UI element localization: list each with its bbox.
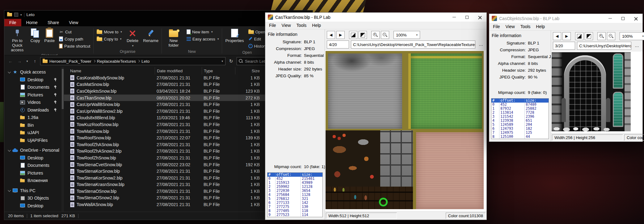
mipmap-row[interactable]: 9 277523 114	[267, 213, 322, 217]
menu-file[interactable]: File	[490, 23, 503, 30]
new-folder-button[interactable]: New folder	[163, 27, 184, 49]
column-header-date-modified[interactable]: Date modified	[155, 67, 202, 74]
menu-tools[interactable]: Tools	[294, 22, 309, 29]
menu-help[interactable]: Help	[533, 23, 548, 30]
texture-preview-canvas[interactable]	[325, 50, 486, 211]
mipmap-row[interactable]: 1 87932 25882	[491, 107, 549, 111]
mipmap-row[interactable]: 6 277133 142	[267, 201, 322, 205]
tab-home[interactable]: Home	[21, 19, 43, 26]
copy-path-button[interactable]: Copy path	[57, 36, 92, 42]
move-to-button[interactable]: → Move to ▾	[95, 28, 124, 35]
mipmap-page-field[interactable]: 4/20	[327, 40, 349, 49]
pin-to-quick-access-button[interactable]: Pin to Quick access	[6, 27, 28, 53]
menu-tools[interactable]: Tools	[518, 23, 533, 30]
menu-file[interactable]: File	[266, 22, 279, 29]
mipmap-row[interactable]: 4 275684 1128	[267, 193, 322, 197]
mipmap-row[interactable]: 2 113814 7728	[491, 111, 549, 115]
mipmap-page-field[interactable]: 3/20	[553, 42, 575, 50]
sidebar-item[interactable]: 1.26a	[4, 114, 61, 121]
file-path-field[interactable]: C:\Users\Unyz\Desktop\HeroesIII_P...	[577, 42, 631, 50]
sidebar-item[interactable]: 3D Objects	[4, 194, 61, 202]
column-header-type[interactable]: Type	[202, 67, 235, 74]
close-button[interactable]	[629, 14, 642, 23]
cut-button[interactable]: ✂ Cut	[57, 28, 92, 35]
paste-button[interactable]: Paste	[42, 27, 57, 53]
file-path-field[interactable]: C:\Users\Unyz\Desktop\HeroesIII_Pack_Tow…	[351, 40, 475, 49]
show-alpha-button[interactable]	[585, 32, 593, 40]
show-alpha-button[interactable]	[359, 31, 367, 39]
recent-locations-chevron-icon[interactable]: ▾	[25, 57, 30, 65]
sidebar-item[interactable]: Documents	[4, 162, 61, 169]
sidebar-item[interactable]: Bin	[4, 121, 61, 129]
tab-share[interactable]: Share	[43, 19, 64, 26]
menu-help[interactable]: Help	[309, 22, 324, 29]
address-bar[interactable]: HeroesIII_Pack_Tower ReplaceableTextures…	[40, 57, 225, 65]
sidebar-item[interactable]: Videos	[4, 99, 61, 106]
zoom-in-button[interactable]	[371, 31, 380, 39]
sidebar-item[interactable]: UjAPIFiles	[4, 137, 61, 144]
delete-button[interactable]: Delete ▾	[124, 27, 141, 49]
browse-button[interactable]: …	[477, 41, 485, 48]
rename-button[interactable]: Rename	[141, 27, 160, 49]
sidebar-item[interactable]: Pictures	[4, 91, 61, 99]
mipmap-row[interactable]: 4 123938 651	[491, 119, 549, 123]
mipmap-row[interactable]: 7 124975 125	[491, 131, 549, 135]
address-dropdown-chevron-icon[interactable]: ▾	[221, 60, 223, 63]
prev-mipmap-button[interactable]: ◀	[553, 32, 561, 40]
zoom-in-button[interactable]	[597, 32, 606, 40]
show-image-button[interactable]	[575, 32, 583, 40]
sidebar-item[interactable]: uJAPI	[4, 129, 61, 137]
up-icon[interactable]: ↑	[31, 57, 39, 65]
sidebar-item-onedrive[interactable]: OneDrive - Personal	[4, 146, 61, 154]
easy-access-button[interactable]: Easy access ▾	[185, 36, 221, 42]
mipmap-row[interactable]: 3 272030 3654	[267, 189, 322, 193]
mipmap-table[interactable]: # offset: size: 0 452 215461 1 215913 43…	[267, 172, 323, 217]
next-mipmap-button[interactable]: ▶	[562, 32, 571, 40]
show-image-button[interactable]	[349, 31, 357, 39]
mipmap-row[interactable]: 1 215913 43989	[267, 181, 322, 185]
maximize-button[interactable]	[617, 14, 629, 23]
mipmap-row[interactable]: 8 125100 44	[491, 135, 549, 139]
back-icon[interactable]: ←	[7, 57, 14, 65]
next-mipmap-button[interactable]: ▶	[336, 31, 345, 39]
mipmap-row[interactable]: 0 452 87480	[491, 103, 549, 107]
browse-button[interactable]: …	[633, 42, 641, 49]
maximize-button[interactable]	[461, 13, 474, 22]
prev-mipmap-button[interactable]: ◀	[327, 31, 335, 39]
refresh-icon[interactable]: ↻	[227, 57, 235, 65]
sidebar-scrollbar[interactable]	[61, 67, 64, 212]
mipmap-row[interactable]: 3 121542 2396	[491, 115, 549, 119]
copy-to-button[interactable]: → Copy to ▾	[95, 36, 124, 42]
mipmap-row[interactable]: 5 276812 321	[267, 197, 322, 201]
breadcrumb-item[interactable]: Leto	[141, 59, 149, 64]
zoom-select[interactable]: 100% ▾	[620, 32, 644, 40]
blp2-titlebar[interactable]: CasObjektsSnow.blp - BLP Lab	[489, 14, 642, 23]
sidebar-item[interactable]: Desktop	[4, 202, 61, 210]
sidebar-item[interactable]: Pictures	[4, 169, 61, 177]
new-item-button[interactable]: New item ▾	[185, 28, 221, 35]
close-button[interactable]	[474, 13, 486, 22]
zoom-out-button[interactable]	[607, 32, 615, 40]
sidebar-item[interactable]: Desktop	[4, 76, 61, 84]
properties-button[interactable]: ✓ Properties	[223, 27, 246, 49]
column-header-name[interactable]: Name	[68, 67, 155, 74]
mipmap-row[interactable]: 7 277275 130	[267, 205, 322, 209]
sidebar-item-quick-access[interactable]: ★ Quick access	[4, 68, 61, 76]
mipmap-row[interactable]: 2 259902 12128	[267, 185, 322, 189]
texture-preview-canvas[interactable]	[551, 52, 642, 133]
blp1-titlebar[interactable]: CasTkanSnow.blp - BLP Lab	[265, 13, 486, 22]
minimize-button[interactable]	[448, 13, 461, 22]
sidebar-item-this-pc[interactable]: This PC	[4, 187, 61, 195]
forward-icon[interactable]: →	[16, 57, 23, 65]
mipmap-row[interactable]: 5 124589 204	[491, 123, 549, 127]
sidebar-item[interactable]: Documents	[4, 83, 61, 91]
mipmap-table[interactable]: # offset: size: 0 452 87480 1 87932 2588…	[491, 98, 549, 139]
customize-toolbar-caret-icon[interactable]: ▾	[20, 13, 22, 16]
quick-access-toolbar-icon[interactable]	[14, 13, 18, 17]
copy-button[interactable]: Copy	[29, 27, 42, 53]
mipmap-row[interactable]: 0 452 215461	[267, 177, 322, 181]
breadcrumb-item[interactable]: HeroesIII_Pack_Tower	[49, 59, 91, 64]
mipmap-row[interactable]: 8 277405 118	[267, 209, 322, 213]
menu-view[interactable]: View	[503, 23, 518, 30]
column-header-size[interactable]: Size	[235, 67, 262, 74]
